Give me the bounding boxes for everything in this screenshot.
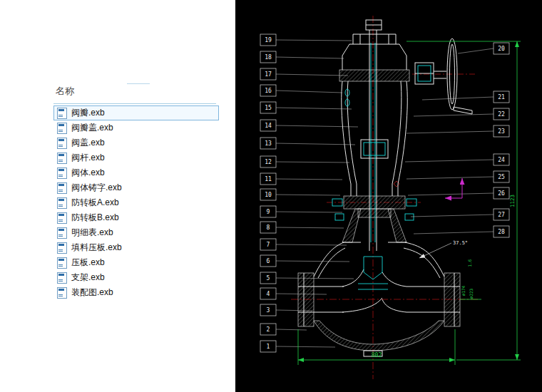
file-item[interactable]: 压板.exb	[53, 255, 219, 270]
callout-number: 12	[265, 159, 272, 165]
column-divider	[127, 83, 150, 84]
callout-number: 20	[498, 46, 505, 52]
file-name: 防转板A.exb	[71, 197, 119, 209]
callout-number: 28	[498, 229, 505, 235]
handwheel	[415, 38, 472, 114]
exb-document-icon	[57, 272, 67, 284]
file-item[interactable]: 防转板B.exb	[53, 210, 219, 225]
callout-number: 3	[267, 307, 270, 314]
callout-number: 4	[267, 291, 270, 297]
hatching	[298, 70, 460, 351]
file-name: 阀杆.exb	[71, 152, 105, 164]
callout-number: 18	[265, 54, 272, 61]
file-name: 阀盖.exb	[71, 137, 105, 149]
dimension-lines	[298, 41, 521, 365]
callout-number: 24	[498, 157, 505, 163]
file-item[interactable]: 防转板A.exb	[53, 195, 219, 210]
file-name: 装配图.exb	[71, 287, 113, 299]
callout-number: 19	[265, 37, 272, 43]
exb-document-icon	[57, 197, 67, 209]
callout-number: 27	[498, 212, 505, 218]
dim-total-height: 1123	[509, 195, 516, 207]
callout-number: 13	[265, 140, 272, 147]
file-name: 支架.exb	[71, 272, 105, 284]
file-name: 阀瓣盖.exb	[71, 122, 113, 134]
file-name: 阀体.exb	[71, 167, 105, 179]
file-list: 阀瓣.exb 阀瓣盖.exb 阀盖.exb 阀杆.exb 阀体.exb 阀体铸字…	[53, 105, 219, 300]
dim-bore-diameter: ø174	[461, 285, 466, 296]
file-name: 阀瓣.exb	[71, 107, 105, 119]
callout-number: 6	[267, 258, 270, 264]
column-header-name[interactable]: 名称	[56, 85, 74, 98]
file-item[interactable]: 阀体.exb	[53, 165, 219, 180]
callout-number: 15	[265, 105, 272, 111]
callout-labels-right: 20 21 22 23 24 25 26 27 28	[498, 46, 505, 235]
exb-document-icon	[57, 257, 67, 269]
callout-number: 10	[265, 192, 272, 198]
exb-document-icon	[57, 227, 67, 239]
file-item[interactable]: 阀体铸字.exb	[53, 180, 219, 195]
exb-document-icon	[57, 287, 67, 299]
callout-number: 5	[267, 275, 270, 282]
callout-number: 21	[498, 94, 505, 100]
exb-document-icon	[57, 212, 67, 224]
dim-total-width: 802	[372, 352, 382, 359]
exb-document-icon	[57, 167, 67, 179]
file-item[interactable]: 明细表.exb	[53, 225, 219, 240]
valve-assembly-drawing: 19 18 17 16 15 14 13 12 11 10 9 8 7 6 5 …	[235, 0, 542, 392]
stem-nut	[366, 20, 382, 30]
file-name: 填料压板.exb	[71, 242, 122, 254]
file-panel: 名称 阀瓣.exb 阀瓣盖.exb 阀盖.exb 阀杆.exb 阀体.ex	[0, 0, 235, 392]
callout-number: 9	[267, 209, 270, 215]
exb-document-icon	[57, 123, 67, 134]
exb-document-icon	[57, 182, 67, 194]
callout-number: 25	[498, 174, 505, 180]
file-name: 明细表.exb	[71, 227, 113, 239]
bonnet-cap	[342, 34, 406, 70]
yoke	[342, 81, 408, 196]
exb-document-icon	[57, 242, 67, 254]
file-item[interactable]: 装配图.exb	[53, 285, 219, 300]
file-item[interactable]: 阀盖.exb	[53, 135, 219, 150]
file-item[interactable]: 填料压板.exb	[53, 240, 219, 255]
file-item[interactable]: 阀瓣.exb	[53, 105, 219, 120]
callout-number: 7	[267, 242, 270, 248]
callout-number: 23	[498, 128, 505, 135]
file-name: 阀体铸字.exb	[71, 182, 122, 194]
callout-number: 1	[267, 344, 270, 350]
file-item[interactable]: 阀瓣盖.exb	[53, 120, 219, 135]
exb-document-icon	[57, 138, 67, 149]
application-window: 名称 阀瓣.exb 阀瓣盖.exb 阀盖.exb 阀杆.exb 阀体.ex	[0, 0, 542, 392]
callout-number: 14	[265, 123, 272, 129]
seat-angle-annotation: 37.5°	[419, 240, 468, 258]
callout-number: 16	[265, 88, 272, 94]
callout-number: 2	[267, 326, 270, 333]
file-item[interactable]: 支架.exb	[53, 270, 219, 285]
exb-document-icon	[57, 108, 67, 119]
exb-document-icon	[57, 153, 67, 164]
callouts-right	[494, 43, 509, 237]
callout-labels-left: 19 18 17 16 15 14 13 12 11 10 9 8 7 6 5 …	[265, 37, 272, 350]
dim-surface-finish: 1.6	[467, 259, 472, 267]
callout-number: 8	[267, 225, 270, 231]
callout-number: 26	[498, 190, 505, 197]
dim-seat-angle: 37.5°	[453, 240, 468, 246]
ucs-axis-icon	[445, 178, 462, 198]
callout-number: 11	[265, 176, 272, 182]
file-name: 压板.exb	[71, 257, 105, 269]
header-divider	[53, 103, 216, 104]
callout-number: 17	[265, 71, 272, 78]
file-name: 防转板B.exb	[71, 212, 119, 224]
cad-viewport[interactable]: 19 18 17 16 15 14 13 12 11 10 9 8 7 6 5 …	[235, 0, 542, 392]
callout-number: 22	[498, 111, 505, 118]
file-item[interactable]: 阀杆.exb	[53, 150, 219, 165]
dim-flange-diameter: ø223	[469, 288, 474, 299]
